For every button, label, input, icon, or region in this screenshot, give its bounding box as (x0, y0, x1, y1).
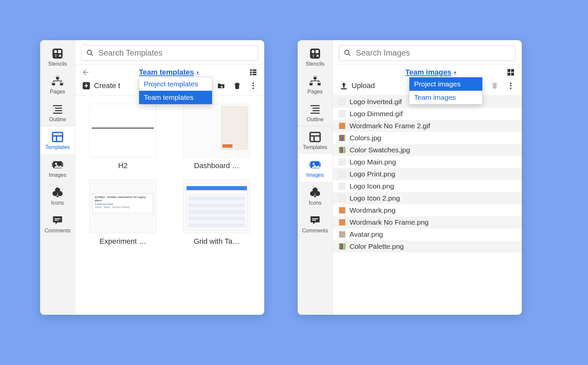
image-row[interactable]: Wordmark No Frame.png (333, 216, 522, 228)
svg-rect-20 (52, 163, 53, 167)
svg-rect-13 (55, 110, 62, 111)
sidebar-item-pages[interactable]: Pages (298, 71, 332, 98)
search-box[interactable] (339, 45, 516, 61)
folder-plus-icon[interactable] (217, 81, 225, 90)
svg-rect-30 (250, 69, 252, 71)
sidebar-item-templates[interactable]: Templates (40, 126, 75, 154)
images-main: Team images ▼ Upload Project images Team… (333, 40, 522, 315)
svg-point-79 (510, 87, 511, 89)
scope-dropdown: Project images Team images (409, 77, 483, 104)
template-card[interactable]: Q709Q2 - Disable reactivation for legacy… (83, 179, 163, 246)
image-row[interactable]: Color Palette.png (333, 240, 522, 252)
svg-rect-68 (312, 220, 316, 221)
svg-rect-47 (314, 76, 316, 77)
create-template-button[interactable]: Create t (82, 81, 120, 90)
image-row[interactable]: Logo Icon.png (333, 180, 522, 192)
svg-rect-31 (253, 69, 257, 71)
search-input[interactable] (98, 48, 253, 58)
svg-rect-25 (57, 196, 59, 197)
svg-rect-53 (313, 108, 320, 109)
image-row[interactable]: Logo Dimmed.gif (333, 108, 522, 120)
trash-icon (490, 81, 499, 90)
svg-rect-55 (311, 113, 320, 114)
dropdown-item-team-images[interactable]: Team images (409, 91, 482, 104)
svg-text:T: T (312, 53, 315, 58)
sidebar-item-pages[interactable]: Pages (40, 71, 75, 98)
grid-view-icon[interactable] (506, 68, 515, 77)
svg-rect-61 (310, 163, 310, 167)
svg-rect-27 (55, 220, 59, 221)
sidebar-item-stencils[interactable]: T Stencils (40, 43, 75, 71)
create-label: Create t (94, 81, 120, 90)
image-row[interactable]: Wordmark.png (333, 204, 522, 216)
svg-rect-43 (316, 50, 319, 53)
svg-rect-12 (55, 108, 62, 109)
templates-panel: T Stencils Pages Outline Templates Image… (40, 40, 264, 315)
image-thumb-icon (339, 98, 346, 105)
sidebar: T Stencils Pages Outline Templates Image… (40, 40, 75, 315)
scope-label: Team images (405, 68, 452, 77)
sidebar-item-images[interactable]: Images (40, 154, 75, 182)
image-filename: Color Palette.png (350, 242, 404, 250)
sidebar-item-icons[interactable]: Icons (298, 182, 332, 210)
sidebar-label: Stencils (306, 61, 324, 67)
sidebar-label: Templates (303, 144, 327, 150)
image-thumb-icon (339, 135, 346, 141)
scope-selector[interactable]: Team templates ▼ (139, 68, 199, 77)
svg-point-77 (510, 82, 511, 84)
image-row[interactable]: Wordmark No Frame 2.gif (333, 120, 522, 132)
svg-rect-2 (58, 50, 61, 53)
image-filename: Wordmark.png (350, 206, 395, 214)
sidebar-label: Comments (44, 228, 70, 234)
image-filename: Logo Icon 2.png (350, 194, 400, 202)
dropdown-item-project-templates[interactable]: Project templates (139, 77, 212, 91)
image-row[interactable]: Avatar.png (333, 228, 522, 240)
template-card[interactable]: H2 (83, 104, 163, 170)
upload-icon (339, 81, 348, 90)
svg-rect-8 (52, 82, 55, 83)
svg-rect-26 (55, 218, 61, 219)
sidebar-item-images[interactable]: Images (298, 154, 332, 182)
template-title: H2 (118, 161, 127, 170)
sidebar-item-stencils[interactable]: T Stencils (298, 43, 332, 71)
sidebar-item-comments[interactable]: Comments (40, 210, 75, 237)
sidebar-item-icons[interactable]: Icons (40, 182, 75, 210)
scope-selector[interactable]: Team images ▼ (405, 68, 457, 77)
image-row[interactable]: Logo Icon 2.png (333, 192, 522, 204)
image-row[interactable]: Color Swatches.jpg (333, 144, 522, 156)
sidebar-item-outline[interactable]: Outline (298, 98, 332, 126)
sidebar-item-outline[interactable]: Outline (40, 98, 75, 126)
list-view-icon[interactable] (249, 68, 258, 77)
upload-label: Upload (352, 81, 375, 90)
svg-rect-73 (507, 73, 510, 76)
template-thumb (89, 104, 156, 157)
template-card[interactable]: Dashboard … (177, 104, 257, 170)
svg-point-39 (253, 85, 254, 86)
image-row[interactable]: Logo Main.png (333, 156, 522, 168)
sidebar: T Stencils Pages Outline Templates Image… (298, 40, 333, 315)
image-filename: Wordmark No Frame 2.gif (350, 122, 430, 130)
images-panel: T Stencils Pages Outline Templates Image… (298, 40, 522, 315)
image-thumb-icon (339, 195, 346, 202)
image-row[interactable]: Logo Print.png (333, 168, 522, 180)
more-vert-icon[interactable] (506, 81, 515, 90)
svg-rect-33 (253, 72, 257, 73)
trash-icon[interactable] (233, 81, 241, 90)
svg-rect-66 (314, 196, 316, 197)
upload-button[interactable]: Upload (339, 81, 375, 90)
more-vert-icon[interactable] (249, 81, 258, 90)
svg-point-1 (54, 50, 57, 53)
search-input[interactable] (355, 48, 511, 58)
dropdown-item-project-images[interactable]: Project images (409, 77, 482, 91)
dropdown-item-team-templates[interactable]: Team templates (139, 91, 212, 104)
template-card[interactable]: Grid with Ta… (177, 179, 257, 246)
image-row[interactable]: Colors.jpg (333, 132, 522, 144)
template-thumb (183, 179, 250, 233)
back-icon[interactable] (82, 69, 89, 76)
svg-rect-72 (511, 69, 514, 72)
search-box[interactable] (81, 45, 258, 61)
sidebar-item-comments[interactable]: Comments (298, 210, 332, 237)
svg-point-19 (55, 163, 57, 165)
svg-line-29 (91, 54, 93, 56)
sidebar-item-templates[interactable]: Templates (298, 126, 332, 154)
